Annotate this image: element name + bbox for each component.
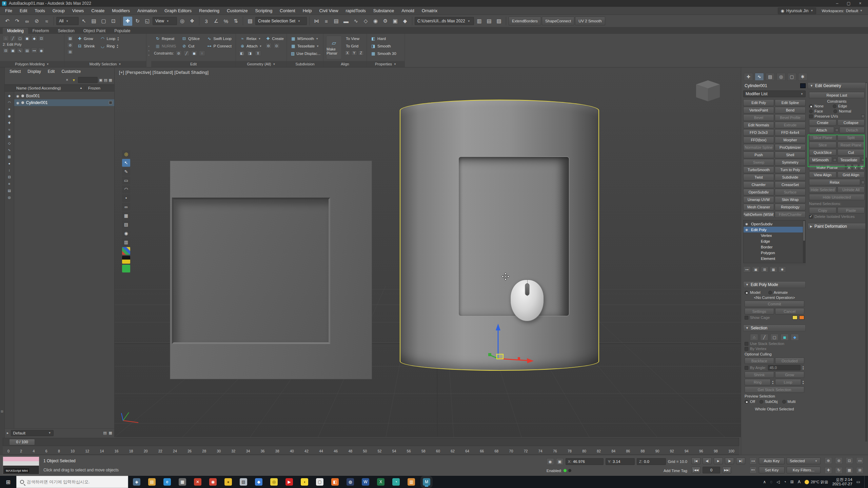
pencil-icon[interactable]: ✎ xyxy=(122,168,130,176)
spinner-snap-icon[interactable]: ⇅ xyxy=(231,17,240,26)
scene-object-row[interactable]: ◉ Box001 xyxy=(14,93,114,99)
use-pivot-center-icon[interactable]: ◎ xyxy=(178,17,187,26)
attach-button[interactable]: Attach xyxy=(809,127,834,133)
repeat-last-button[interactable]: Repeat Last xyxy=(809,92,865,98)
constraint-none-icon[interactable]: ⊘ xyxy=(176,50,182,56)
detach-icon[interactable]: ⊖ xyxy=(265,43,272,48)
modify-selection-footer[interactable]: Modify Selection▼ xyxy=(64,61,146,67)
tray-security-icon[interactable]: ⊞ xyxy=(790,480,794,484)
redo-icon[interactable]: ↷ xyxy=(13,17,22,26)
detach-button[interactable]: Detach xyxy=(840,127,865,133)
taskbar-app-12[interactable]: ◖ xyxy=(301,478,308,486)
y-coordinate-field[interactable]: Y:3.14 xyxy=(606,458,635,465)
border-subobject-icon[interactable]: ▢ xyxy=(17,36,23,41)
time-slider[interactable]: 0 / 100 xyxy=(3,438,739,446)
grid-align-button[interactable]: Grid Align xyxy=(837,171,865,178)
rendered-frame-icon[interactable]: ▣ xyxy=(391,17,400,26)
filter-bones-icon[interactable]: ∿ xyxy=(6,147,13,153)
relax-ribbon-button[interactable]: ≈Relax▼ xyxy=(239,36,262,42)
modifier-button[interactable]: Push xyxy=(743,151,774,158)
modifier-button[interactable]: Bevel xyxy=(743,114,774,121)
relax-settings-icon[interactable] xyxy=(861,181,865,184)
loop-button[interactable]: ◠Loop▲▼ xyxy=(99,36,121,42)
modifier-button[interactable]: Edit Normals xyxy=(743,122,774,128)
modifier-button[interactable]: Skin Wrap xyxy=(775,196,806,203)
taskbar-app-edge[interactable]: e xyxy=(163,478,171,486)
explorer-preset-dropdown[interactable]: Default▼ xyxy=(11,430,54,436)
ring-spinner[interactable]: ▲▼ xyxy=(116,44,118,48)
animate-radio[interactable] xyxy=(768,291,772,294)
ring-selection-spinner[interactable]: ▲▼ xyxy=(772,380,774,385)
taskbar-app-1[interactable]: ◈ xyxy=(133,478,140,486)
cancel-button[interactable]: Cancel xyxy=(775,308,805,314)
explorer-new-icon[interactable]: ▦ xyxy=(109,431,112,435)
menu-item[interactable]: File xyxy=(1,7,16,15)
taskbar-app-11[interactable]: ▶ xyxy=(285,478,293,486)
occluded-button[interactable]: Occluded xyxy=(775,358,805,364)
menu-item[interactable]: Group xyxy=(49,7,68,15)
play-animation-icon[interactable]: ▶ xyxy=(714,458,723,464)
split-button[interactable]: Split xyxy=(837,134,865,141)
quickslice-button[interactable]: QuickSlice xyxy=(809,149,836,156)
taskbar-app-13[interactable]: ▢ xyxy=(316,478,323,486)
modifier-button[interactable]: Mesh Cleaner xyxy=(743,204,774,210)
polygon-mode-icon[interactable]: ◼ xyxy=(781,334,789,341)
layer-explorer-icon[interactable]: ▤ xyxy=(332,17,341,26)
zoom-region-icon[interactable]: ▭ xyxy=(856,457,864,464)
commit-button[interactable]: Commit xyxy=(745,301,804,307)
tessellate-ribbon-button[interactable]: ▦Tessellate▼ xyxy=(290,43,320,49)
shapeconnect-button[interactable]: ShapeConnect xyxy=(542,17,574,25)
modifier-button[interactable]: TurboSmooth xyxy=(743,166,774,173)
explorer-menu-item[interactable]: Edit xyxy=(44,67,58,76)
search-input[interactable] xyxy=(27,480,124,484)
explorer-settings-icon[interactable]: ▤ xyxy=(104,78,107,82)
timeline-ruler[interactable]: 0246810121416182022242628303234363840424… xyxy=(3,446,739,455)
modifier-button[interactable]: FFD 3x3x3 xyxy=(743,129,774,136)
loop-selection-spinner[interactable]: ▲▼ xyxy=(802,380,804,385)
taskbar-app-14[interactable]: ◧ xyxy=(331,478,339,486)
menu-item[interactable]: Views xyxy=(68,7,87,15)
collapse-stack-icon[interactable]: ⊟ xyxy=(3,48,9,53)
constraint-edge-icon[interactable]: ╱ xyxy=(183,50,190,56)
slice-button[interactable]: Slice xyxy=(809,142,836,148)
create-button[interactable]: Create xyxy=(809,119,836,126)
uv2smooth-button[interactable]: UV 2 Smooth xyxy=(575,17,605,25)
modifier-button[interactable]: OpenSubdiv xyxy=(743,189,774,196)
menu-item[interactable]: Content xyxy=(276,7,299,15)
panel-scrollbar[interactable] xyxy=(865,82,867,442)
camera-icon[interactable]: ◉ xyxy=(122,229,130,237)
modifier-button[interactable]: FFD(box) xyxy=(743,137,774,143)
view-align-button[interactable]: View Align xyxy=(809,171,836,178)
layer-mode-icon[interactable]: ≡ xyxy=(6,181,13,187)
lock-icon[interactable]: ▣ xyxy=(99,78,102,82)
zoom-extents-icon[interactable]: ⊡ xyxy=(846,457,853,464)
render-setup-icon[interactable]: ⚙ xyxy=(381,17,390,26)
tray-network-icon[interactable]: ◌ xyxy=(770,480,772,484)
snaps-toggle-3d-icon[interactable]: 3 xyxy=(202,17,211,26)
qslice-button[interactable]: ⊟QSlice xyxy=(180,36,203,42)
shrink-selection-button[interactable]: Shrink xyxy=(745,371,774,378)
ring-selection-button[interactable]: Ring xyxy=(745,379,771,385)
stack-item[interactable]: Edge xyxy=(744,238,805,244)
taskbar-app-10[interactable]: ◎ xyxy=(270,478,278,486)
ribbon-tab[interactable]: Modeling xyxy=(3,28,28,34)
collapse-button[interactable]: Collapse xyxy=(837,119,865,126)
modifier-button[interactable]: Fillet/Chamfer xyxy=(775,211,806,218)
apply-editpoly-icon[interactable]: ∿ xyxy=(17,48,23,53)
paste-button[interactable]: Paste xyxy=(837,207,865,214)
filter-helpers-icon[interactable]: ✚ xyxy=(6,120,13,126)
next-frame-icon[interactable]: |▶ xyxy=(725,458,734,464)
modifier-button[interactable]: Shell xyxy=(775,151,806,158)
mirror-icon[interactable]: ⋈ xyxy=(312,17,321,26)
close-button[interactable]: × xyxy=(854,0,866,7)
polygon-subobject-icon[interactable]: ◼ xyxy=(24,36,30,41)
stack-scrollbar[interactable] xyxy=(803,220,805,263)
preview-subobj-radio[interactable] xyxy=(760,400,763,404)
schematic-view-icon[interactable]: ◇ xyxy=(361,17,370,26)
key-filters-button[interactable]: Key Filters... xyxy=(787,467,821,473)
modifier-button[interactable]: Morpher xyxy=(775,137,806,143)
planar-x-button[interactable]: X xyxy=(846,164,852,170)
preserve-uvs-settings-icon[interactable] xyxy=(861,115,865,118)
next-key-icon[interactable]: ▶▶| xyxy=(722,467,731,473)
taskbar-app-19[interactable]: ▥ xyxy=(408,478,415,486)
